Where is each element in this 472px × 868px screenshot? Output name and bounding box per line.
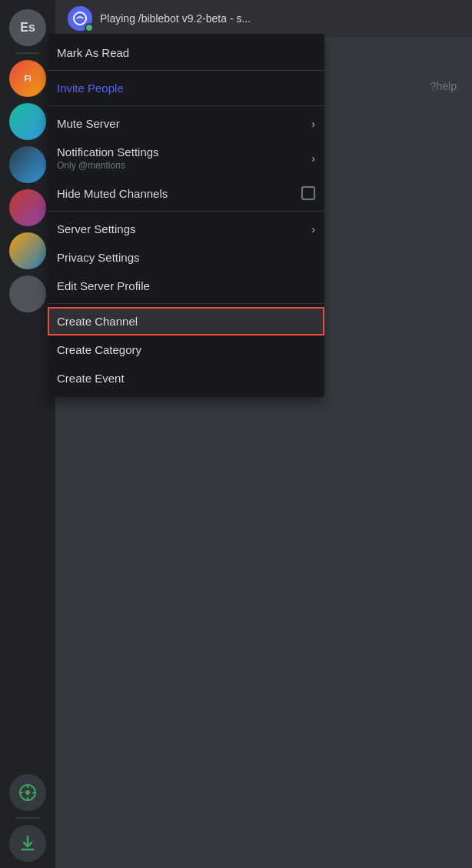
server-avatar-red-girl[interactable] (9, 189, 46, 226)
menu-label-notification-settings: Notification Settings (57, 145, 159, 159)
menu-label-edit-server-profile: Edit Server Profile (57, 279, 150, 292)
menu-item-notification-settings[interactable]: Notification SettingsOnly @mentions› (48, 138, 324, 179)
menu-label-mute-server: Mute Server (57, 117, 120, 130)
menu-item-create-category[interactable]: Create Category (48, 336, 324, 364)
menu-label-invite-people: Invite People (57, 82, 124, 95)
menu-label-hide-muted-channels: Hide Muted Channels (57, 187, 168, 200)
server-avatar-fire[interactable]: FI (9, 60, 46, 97)
server-avatar-teal[interactable] (9, 103, 46, 140)
sidebar-item-teal[interactable] (9, 103, 46, 140)
menu-label-server-settings: Server Settings (57, 222, 136, 235)
menu-item-create-channel[interactable]: Create Channel (48, 307, 324, 336)
sidebar-item-es[interactable]: Es (9, 9, 46, 46)
menu-label-create-event: Create Event (57, 372, 125, 385)
server-avatar-dark-blue[interactable] (9, 146, 46, 183)
sidebar-item-blue-swirl[interactable] (9, 232, 46, 269)
svg-point-1 (25, 790, 30, 795)
sidebar-item-gray[interactable] (9, 275, 46, 312)
menu-label-privacy-settings: Privacy Settings (57, 251, 140, 264)
chevron-right-icon: › (311, 118, 315, 130)
sidebar-item-fire[interactable]: FI (9, 60, 46, 97)
menu-subtitle-notification-settings: Only @mentions (57, 160, 159, 171)
online-status-dot (85, 23, 94, 32)
divider-2 (48, 105, 324, 106)
download-icon[interactable] (9, 825, 46, 862)
menu-item-hide-muted-channels[interactable]: Hide Muted Channels (48, 179, 324, 208)
menu-item-privacy-settings[interactable]: Privacy Settings (48, 243, 324, 272)
server-avatar-es[interactable]: Es (9, 9, 46, 46)
sidebar-item-red-girl[interactable] (9, 189, 46, 226)
menu-item-create-event[interactable]: Create Event (48, 364, 324, 392)
explore-icon[interactable] (9, 774, 46, 811)
divider-4 (48, 303, 324, 304)
sidebar-item-dark-blue[interactable] (9, 146, 46, 183)
menu-item-edit-server-profile[interactable]: Edit Server Profile (48, 272, 324, 300)
playing-status-text: Playing /biblebot v9.2-beta - s... (100, 12, 251, 25)
top-bar: Playing /biblebot v9.2-beta - s... (55, 0, 472, 37)
menu-item-server-settings[interactable]: Server Settings› (48, 215, 324, 243)
context-menu: Mark As ReadInvite PeopleMute Server›Not… (48, 34, 324, 397)
menu-item-invite-people[interactable]: Invite People (48, 74, 324, 102)
bot-avatar-wrapper (68, 6, 92, 31)
menu-label-mark-as-read: Mark As Read (57, 46, 129, 59)
sidebar-divider (15, 52, 40, 54)
server-avatar-gray[interactable] (9, 275, 46, 312)
sidebar-divider-bottom (15, 817, 40, 819)
svg-point-8 (74, 12, 86, 25)
checkbox-hide-muted-channels[interactable] (301, 186, 315, 200)
chevron-right-icon: › (311, 223, 315, 235)
divider-3 (48, 211, 324, 212)
divider-1 (48, 70, 324, 71)
server-avatar-blue-swirl[interactable] (9, 232, 46, 269)
menu-label-create-category: Create Category (57, 343, 141, 356)
menu-item-mark-as-read[interactable]: Mark As Read (48, 38, 324, 67)
help-placeholder-text: ?help (430, 80, 457, 92)
menu-item-mute-server[interactable]: Mute Server› (48, 109, 324, 138)
menu-label-create-channel: Create Channel (57, 315, 138, 328)
chevron-right-icon: › (311, 152, 315, 165)
